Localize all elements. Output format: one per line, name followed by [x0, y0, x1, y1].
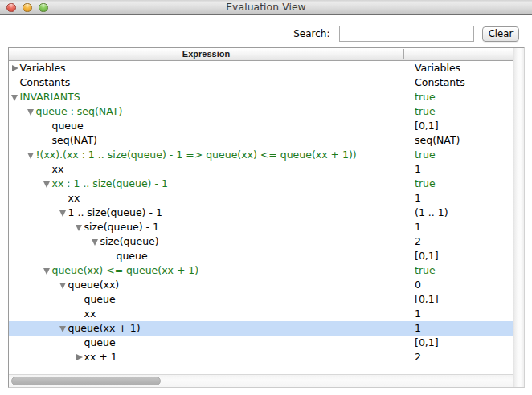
- tree-row[interactable]: queue[0,1]: [9, 336, 514, 350]
- tree-row[interactable]: size(queue)2: [9, 234, 514, 249]
- tree-row[interactable]: queue(xx) <= queue(xx + 1)true: [9, 263, 514, 278]
- value-cell[interactable]: 1: [415, 162, 421, 177]
- tree-row[interactable]: queue : seq(NAT)true: [9, 104, 514, 119]
- expand-triangle-icon[interactable]: [11, 61, 19, 75]
- expression-cell[interactable]: queue(xx) <= queue(xx + 1): [52, 263, 199, 278]
- collapse-triangle-icon[interactable]: [59, 321, 68, 336]
- expression-cell[interactable]: queue: [117, 249, 148, 263]
- tree-row[interactable]: queue(xx)0: [9, 278, 514, 292]
- clear-button[interactable]: Clear: [482, 26, 519, 42]
- collapse-triangle-icon[interactable]: [92, 234, 100, 249]
- value-cell[interactable]: [0,1]: [415, 249, 439, 263]
- tree-row[interactable]: xx1: [9, 307, 514, 321]
- value-cell[interactable]: true: [415, 148, 436, 162]
- expression-cell[interactable]: queue : seq(NAT): [36, 104, 123, 119]
- expression-cell[interactable]: xx : 1 .. size(queue) - 1: [52, 177, 168, 191]
- horizontal-scrollbar[interactable]: [9, 374, 513, 387]
- tree-row[interactable]: xx + 12: [9, 350, 514, 364]
- vertical-scrollbar[interactable]: [513, 48, 524, 387]
- expand-triangle-icon[interactable]: [76, 350, 84, 364]
- horizontal-scrollbar-thumb[interactable]: [11, 377, 161, 385]
- value-cell[interactable]: true: [415, 177, 436, 191]
- expression-cell[interactable]: 1 .. size(queue) - 1: [68, 206, 162, 220]
- expression-cell[interactable]: Variables: [20, 61, 66, 75]
- value-cell[interactable]: [0,1]: [415, 119, 439, 133]
- expression-cell[interactable]: Constants: [20, 75, 71, 90]
- value-cell[interactable]: true: [415, 104, 436, 119]
- tree-row[interactable]: seq(NAT)seq(NAT): [9, 133, 514, 148]
- expression-cell[interactable]: queue(xx): [68, 278, 120, 292]
- evaluation-view-window: { "window": { "title": "Evaluation View"…: [0, 0, 532, 395]
- tree-row[interactable]: xx1: [9, 191, 514, 206]
- tree-row[interactable]: 1 .. size(queue) - 1(1 .. 1): [9, 206, 514, 220]
- tree-row[interactable]: xx1: [9, 162, 514, 177]
- tree-rows: VariablesVariablesConstantsConstantsINVA…: [9, 61, 514, 364]
- expression-cell[interactable]: size(queue) - 1: [84, 220, 160, 234]
- expression-cell[interactable]: INVARIANTS: [20, 90, 80, 104]
- search-input[interactable]: [339, 26, 474, 42]
- expression-cell[interactable]: queue: [52, 119, 84, 133]
- tree-row[interactable]: INVARIANTStrue: [9, 90, 514, 104]
- collapse-triangle-icon[interactable]: [27, 104, 35, 119]
- value-cell[interactable]: true: [415, 263, 436, 278]
- collapse-triangle-icon[interactable]: [43, 263, 51, 278]
- expression-cell[interactable]: queue: [84, 292, 116, 307]
- expression-cell[interactable]: xx: [52, 162, 64, 177]
- expression-cell[interactable]: xx: [68, 191, 80, 206]
- value-cell[interactable]: true: [415, 90, 436, 104]
- title-bar: Evaluation View: [0, 0, 532, 15]
- tree-row[interactable]: xx : 1 .. size(queue) - 1true: [9, 177, 514, 191]
- value-cell[interactable]: 0: [415, 278, 421, 292]
- table-header: Expression: [9, 48, 513, 61]
- collapse-triangle-icon[interactable]: [43, 177, 51, 191]
- expression-cell[interactable]: size(queue): [100, 234, 159, 249]
- tree-row[interactable]: size(queue) - 11: [9, 220, 514, 234]
- window-title: Evaluation View: [0, 0, 532, 14]
- value-cell[interactable]: (1 .. 1): [415, 206, 448, 220]
- value-cell[interactable]: seq(NAT): [415, 133, 460, 148]
- expression-cell[interactable]: xx: [84, 307, 96, 321]
- expression-cell[interactable]: seq(NAT): [52, 133, 97, 148]
- collapse-triangle-icon[interactable]: [76, 220, 84, 234]
- column-header-expression[interactable]: Expression: [9, 48, 403, 60]
- collapse-triangle-icon[interactable]: [27, 148, 35, 162]
- collapse-triangle-icon[interactable]: [11, 90, 19, 104]
- search-label: Search:: [293, 26, 329, 41]
- tree-row[interactable]: queue[0,1]: [9, 119, 514, 133]
- value-cell[interactable]: Constants: [415, 75, 465, 90]
- tree-row[interactable]: ConstantsConstants: [9, 75, 514, 90]
- value-cell[interactable]: 1: [415, 307, 421, 321]
- evaluation-table: Expression VariablesVariablesConstantsCo…: [8, 47, 525, 388]
- tree-row[interactable]: queue[0,1]: [9, 292, 514, 307]
- value-cell[interactable]: [0,1]: [415, 292, 439, 307]
- value-cell[interactable]: 1: [415, 220, 421, 234]
- column-divider[interactable]: [403, 49, 404, 59]
- expression-cell[interactable]: xx + 1: [84, 350, 117, 364]
- expression-cell[interactable]: !(xx).(xx : 1 .. size(queue) - 1 => queu…: [36, 148, 357, 162]
- value-cell[interactable]: 2: [415, 350, 421, 364]
- expression-cell[interactable]: queue(xx + 1): [68, 321, 141, 336]
- value-cell[interactable]: 1: [415, 191, 421, 206]
- value-cell[interactable]: [0,1]: [415, 336, 439, 350]
- value-cell[interactable]: Variables: [415, 61, 460, 75]
- value-cell[interactable]: 2: [415, 234, 421, 249]
- expression-cell[interactable]: queue: [84, 336, 116, 350]
- tree-row[interactable]: VariablesVariables: [9, 61, 514, 75]
- collapse-triangle-icon[interactable]: [59, 206, 68, 220]
- tree-row[interactable]: queue[0,1]: [9, 249, 514, 263]
- tree-row[interactable]: !(xx).(xx : 1 .. size(queue) - 1 => queu…: [9, 148, 514, 162]
- collapse-triangle-icon[interactable]: [59, 278, 68, 292]
- value-cell[interactable]: 1: [415, 321, 421, 336]
- tree-row[interactable]: queue(xx + 1)1: [9, 321, 514, 336]
